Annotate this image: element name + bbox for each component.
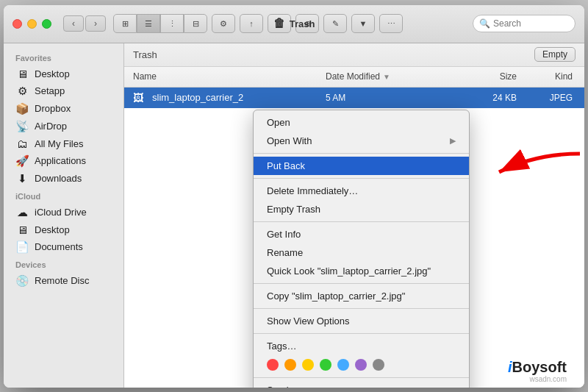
list-view-button[interactable]: ☰ — [137, 14, 160, 33]
ctx-empty-trash[interactable]: Empty Trash — [254, 200, 469, 218]
ctx-copy[interactable]: Copy "slim_laptop_carrier_2.jpg" — [254, 287, 469, 305]
sidebar-item-desktop[interactable]: 🖥 Desktop — [4, 65, 123, 82]
ctx-services[interactable]: Services ▶ — [254, 381, 469, 388]
main-area: Trash Empty Name Date Modified ▼ Size Ki… — [124, 43, 584, 388]
cover-view-button[interactable]: ⊟ — [184, 14, 207, 33]
airdrop-icon: 📡 — [15, 120, 29, 133]
sidebar-item-documents[interactable]: 📄 Documents — [4, 238, 123, 256]
view-mode-buttons: ⊞ ☰ ⋮ ⊟ — [113, 14, 207, 33]
context-menu: Open Open With ▶ Put Back Delete Immedia… — [253, 110, 470, 388]
ctx-sep-3 — [254, 221, 469, 222]
tag-blue[interactable] — [337, 359, 349, 371]
file-thumbnail-icon: 🖼 — [133, 92, 148, 104]
table-row[interactable]: 🖼 slim_laptop_carrier_2 5 AM 24 KB JPEG — [124, 88, 584, 108]
tag-orange[interactable] — [284, 359, 296, 371]
sidebar-item-dropbox-label: Dropbox — [35, 103, 71, 114]
sidebar-item-setapp-label: Setapp — [35, 85, 65, 96]
sidebar-item-icloud-drive[interactable]: ☁ iCloud Drive — [4, 204, 123, 221]
arrange-button[interactable]: ⚙ — [212, 14, 235, 33]
maximize-button[interactable] — [42, 19, 51, 29]
sort-arrow-icon: ▼ — [383, 73, 390, 81]
tag-purple[interactable] — [355, 359, 367, 371]
sidebar-item-remote-disc-label: Remote Disc — [35, 275, 89, 286]
empty-trash-button[interactable]: Empty — [534, 47, 576, 62]
window-title-text: Trash — [290, 18, 315, 29]
sidebar-item-airdrop-label: AirDrop — [35, 121, 67, 132]
ctx-quick-look[interactable]: Quick Look "slim_laptop_carrier_2.jpg" — [254, 262, 469, 280]
sidebar-item-downloads[interactable]: ⬇ Downloads — [4, 170, 123, 188]
ctx-put-back[interactable]: Put Back — [254, 157, 469, 175]
icloud-drive-icon: ☁ — [15, 206, 29, 219]
ctx-delete-immediately[interactable]: Delete Immediately… — [254, 182, 469, 200]
ctx-open[interactable]: Open — [254, 113, 469, 132]
trash-title-icon: 🗑 — [273, 17, 285, 30]
nav-arrows: ‹ › — [63, 15, 106, 32]
search-icon: 🔍 — [479, 18, 490, 29]
title-bar: ‹ › ⊞ ☰ ⋮ ⊟ ⚙ ↑ ⊡ ⊕ ✎ ▼ ⋯ 🗑 Trash 🔍 — [4, 5, 584, 43]
ctx-get-info[interactable]: Get Info — [254, 225, 469, 243]
search-input[interactable] — [493, 18, 569, 29]
sidebar-item-documents-label: Documents — [35, 241, 83, 252]
icloud-desktop-icon: 🖥 — [15, 224, 29, 236]
file-date-label: 5 AM — [326, 93, 458, 103]
col-header-kind[interactable]: Kind — [517, 71, 576, 82]
back-button[interactable]: ‹ — [63, 15, 84, 32]
sidebar-item-applications[interactable]: 🚀 Applications — [4, 152, 123, 170]
column-view-button[interactable]: ⋮ — [160, 14, 184, 33]
col-header-date[interactable]: Date Modified ▼ — [326, 71, 458, 82]
column-headers: Name Date Modified ▼ Size Kind — [124, 67, 584, 88]
file-name-label: slim_laptop_carrier_2 — [152, 92, 326, 103]
ctx-open-with-arrow: ▶ — [450, 136, 456, 146]
col-header-size[interactable]: Size — [458, 71, 517, 82]
sidebar-item-icloud-desktop-label: Desktop — [35, 224, 70, 235]
file-size-label: 24 KB — [458, 93, 517, 103]
watermark-sub: wsadn.com — [529, 375, 567, 383]
toolbar-icons: ⊞ ☰ ⋮ ⊟ ⚙ ↑ ⊡ ⊕ ✎ ▼ ⋯ — [113, 14, 403, 33]
applications-icon: 🚀 — [15, 154, 29, 168]
search-bar[interactable]: 🔍 — [473, 15, 576, 32]
finder-window: ‹ › ⊞ ☰ ⋮ ⊟ ⚙ ↑ ⊡ ⊕ ✎ ▼ ⋯ 🗑 Trash 🔍 — [4, 5, 584, 388]
sidebar-item-icloud-desktop[interactable]: 🖥 Desktop — [4, 221, 123, 238]
ctx-sep-4 — [254, 283, 469, 284]
sidebar-item-icloud-drive-label: iCloud Drive — [35, 207, 87, 218]
breadcrumb: Trash — [133, 49, 157, 60]
sidebar-item-applications-label: Applications — [35, 155, 86, 166]
downloads-icon: ⬇ — [15, 172, 29, 185]
documents-icon: 📄 — [15, 240, 29, 254]
file-kind-label: JPEG — [517, 93, 576, 103]
ctx-tags-row — [254, 355, 469, 374]
ctx-services-arrow: ▶ — [450, 385, 456, 388]
ctx-sep-2 — [254, 178, 469, 179]
sidebar-item-desktop-label: Desktop — [35, 68, 70, 79]
edit-button[interactable]: ✎ — [323, 14, 347, 33]
sidebar-item-setapp[interactable]: ⚙ Setapp — [4, 82, 123, 100]
icon-view-button[interactable]: ⊞ — [113, 14, 137, 33]
minimize-button[interactable] — [27, 19, 37, 29]
remote-disc-icon: 💿 — [15, 274, 29, 288]
watermark: iBoysoft — [508, 359, 567, 376]
col-header-name[interactable]: Name — [133, 71, 326, 82]
all-my-files-icon: 🗂 — [15, 138, 29, 150]
sidebar-item-all-my-files[interactable]: 🗂 All My Files — [4, 135, 123, 152]
ctx-tags[interactable]: Tags… — [254, 337, 469, 355]
forward-button[interactable]: › — [85, 15, 106, 32]
action-button[interactable]: ↑ — [240, 14, 263, 33]
sidebar-item-remote-disc[interactable]: 💿 Remote Disc — [4, 272, 123, 290]
sidebar-item-downloads-label: Downloads — [35, 173, 82, 184]
ctx-open-with[interactable]: Open With ▶ — [254, 132, 469, 150]
sidebar-item-airdrop[interactable]: 📡 AirDrop — [4, 118, 123, 135]
ctx-show-view-options[interactable]: Show View Options — [254, 312, 469, 330]
close-button[interactable] — [12, 19, 22, 29]
more-button[interactable]: ⋯ — [379, 14, 403, 33]
dropbox-button[interactable]: ▼ — [351, 14, 375, 33]
tag-yellow[interactable] — [302, 359, 314, 371]
sidebar-item-all-my-files-label: All My Files — [35, 138, 83, 149]
tag-gray[interactable] — [373, 359, 384, 371]
sidebar: Favorites 🖥 Desktop ⚙ Setapp 📦 Dropbox 📡… — [4, 43, 124, 388]
tag-green[interactable] — [320, 359, 331, 371]
ctx-rename[interactable]: Rename — [254, 243, 469, 262]
file-area-header: Trash Empty — [124, 43, 584, 67]
sidebar-item-dropbox[interactable]: 📦 Dropbox — [4, 100, 123, 118]
desktop-icon: 🖥 — [15, 68, 29, 80]
tag-red[interactable] — [267, 359, 279, 371]
